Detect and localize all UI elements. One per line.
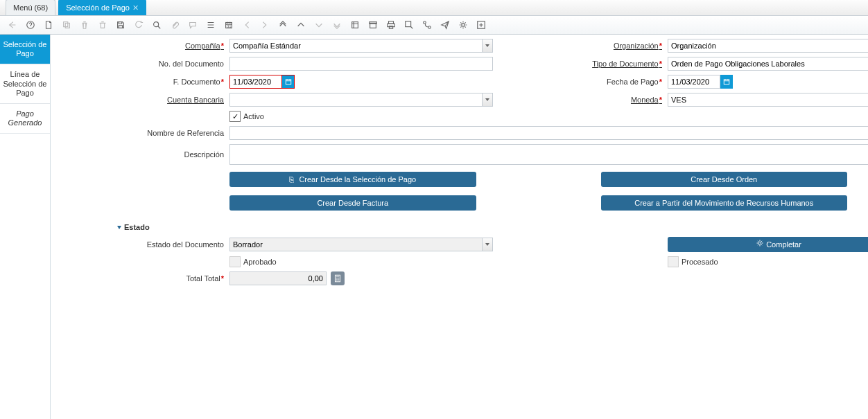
calendar-icon[interactable] xyxy=(720,75,733,89)
nav-first-icon[interactable] xyxy=(240,18,254,32)
svg-point-19 xyxy=(758,242,761,244)
chevron-down-icon[interactable] xyxy=(482,238,493,251)
label-activo: Activo xyxy=(243,112,264,121)
list-icon[interactable] xyxy=(204,18,218,32)
fecha-pago-input[interactable] xyxy=(668,75,720,89)
trash-icon[interactable] xyxy=(96,18,110,32)
parent-icon[interactable] xyxy=(276,18,290,32)
copy-icon: ⎘ xyxy=(289,175,294,184)
new-icon[interactable] xyxy=(42,18,55,32)
svg-text:31: 31 xyxy=(227,24,232,28)
search-icon[interactable] xyxy=(150,18,164,32)
chat-icon[interactable] xyxy=(186,18,200,32)
label-f-documento: F. Documento* xyxy=(51,78,227,86)
section-estado-label: Estado xyxy=(124,223,150,231)
label-organizacion: Organización* xyxy=(526,42,665,50)
btn-crear-desde-orden[interactable]: Crear Desde Orden xyxy=(601,172,848,187)
no-documento-input[interactable] xyxy=(229,57,493,71)
archive-icon[interactable] xyxy=(366,18,380,32)
collapse-arrow-icon xyxy=(117,226,121,229)
copy-icon[interactable] xyxy=(60,18,73,32)
child-icon[interactable] xyxy=(330,18,344,32)
procesado-checkbox xyxy=(668,256,679,267)
gear-icon xyxy=(756,240,764,249)
estado-doc-select[interactable] xyxy=(229,238,493,251)
chevron-down-icon[interactable] xyxy=(482,39,493,53)
window-tabstrip: Menú (68) Selección de Pago ✕ xyxy=(0,0,868,16)
down-icon[interactable] xyxy=(312,18,326,32)
btn-completar-label: Completar xyxy=(766,240,801,249)
svg-point-15 xyxy=(462,24,465,26)
attachment-icon[interactable] xyxy=(168,18,182,32)
side-tabs: Selección de Pago Línea de Selección de … xyxy=(0,35,51,419)
help-icon[interactable] xyxy=(24,18,37,32)
sidetab-linea-seleccion-pago[interactable]: Línea de Selección de Pago xyxy=(0,64,50,104)
gear-icon[interactable] xyxy=(456,18,470,32)
sidetab-pago-generado[interactable]: Pago Generado xyxy=(0,104,50,134)
btn-completar[interactable]: Completar xyxy=(668,237,868,252)
moneda-input[interactable] xyxy=(668,93,868,107)
label-fecha-pago: Fecha de Pago* xyxy=(526,78,665,86)
descripcion-textarea[interactable] xyxy=(229,144,868,165)
tab-seleccion-pago[interactable]: Selección de Pago ✕ xyxy=(58,0,146,15)
tab-menu[interactable]: Menú (68) xyxy=(6,0,55,15)
close-icon[interactable]: ✕ xyxy=(132,3,139,12)
organizacion-input[interactable] xyxy=(668,39,868,53)
label-descripcion: Descripción xyxy=(51,150,227,159)
label-procesado: Procesado xyxy=(682,258,718,266)
undo-icon[interactable] xyxy=(6,18,19,32)
activo-checkbox[interactable] xyxy=(229,111,241,122)
svg-rect-12 xyxy=(406,21,411,27)
chevron-down-icon[interactable] xyxy=(482,93,493,107)
calendar-icon[interactable] xyxy=(282,75,295,89)
label-estado-doc: Estado del Documento xyxy=(51,240,227,249)
tab-menu-label: Menú (68) xyxy=(13,3,48,12)
zoom-icon[interactable] xyxy=(402,18,416,32)
calendar-icon[interactable]: 31 xyxy=(222,18,236,32)
report-icon[interactable] xyxy=(348,18,362,32)
svg-rect-11 xyxy=(389,26,392,29)
section-estado[interactable]: Estado xyxy=(117,223,868,231)
nombre-ref-input[interactable] xyxy=(229,126,868,140)
svg-rect-18 xyxy=(724,80,729,84)
aprobado-field: Aprobado xyxy=(229,256,493,267)
activo-field: Activo xyxy=(229,111,493,122)
form-content: Compañía* Organización* No. del Document… xyxy=(51,35,868,419)
cuenta-bancaria-input[interactable] xyxy=(229,93,482,107)
nav-last-icon[interactable] xyxy=(258,18,272,32)
sidetab-seleccion-pago[interactable]: Selección de Pago xyxy=(0,35,50,64)
exit-icon[interactable] xyxy=(474,18,488,32)
save-icon[interactable] xyxy=(114,18,128,32)
total-total-input xyxy=(229,271,327,285)
svg-rect-17 xyxy=(286,80,291,84)
moneda-select[interactable] xyxy=(668,93,868,107)
cuenta-bancaria-select[interactable] xyxy=(229,93,493,107)
refresh-icon[interactable] xyxy=(132,18,146,32)
svg-point-13 xyxy=(424,21,426,24)
estado-doc-input xyxy=(229,238,482,251)
tipo-documento-select[interactable] xyxy=(668,57,868,71)
tab-seleccion-pago-label: Selección de Pago xyxy=(66,3,130,12)
compania-input[interactable] xyxy=(229,39,482,53)
btn-crear-desde-factura[interactable]: Crear Desde Factura xyxy=(229,195,476,211)
organizacion-select[interactable] xyxy=(668,39,868,53)
print-icon[interactable] xyxy=(384,18,398,32)
compania-select[interactable] xyxy=(229,39,493,53)
f-documento-input[interactable] xyxy=(229,75,282,89)
workflow-icon[interactable] xyxy=(420,18,434,32)
aprobado-checkbox xyxy=(229,256,241,267)
label-total-total: Total Total* xyxy=(51,274,227,283)
label-compania: Compañía* xyxy=(51,42,227,50)
label-cuenta-bancaria: Cuenta Bancaria xyxy=(51,96,227,104)
calculator-icon[interactable] xyxy=(331,271,345,285)
delete-icon[interactable] xyxy=(78,18,92,32)
label-tipo-documento: Tipo de Documento* xyxy=(526,60,665,68)
tipo-documento-input[interactable] xyxy=(668,57,868,71)
send-icon[interactable] xyxy=(438,18,452,32)
up-icon[interactable] xyxy=(294,18,308,32)
btn-crear-rrhh[interactable]: Crear a Partir del Movimiento de Recurso… xyxy=(601,195,848,211)
label-nombre-ref: Nombre de Referencia xyxy=(51,129,227,137)
btn-crear-desde-seleccion[interactable]: ⎘ Crear Desde la Selección de Pago xyxy=(229,172,476,187)
svg-point-14 xyxy=(428,26,431,29)
label-moneda: Moneda* xyxy=(526,96,665,104)
